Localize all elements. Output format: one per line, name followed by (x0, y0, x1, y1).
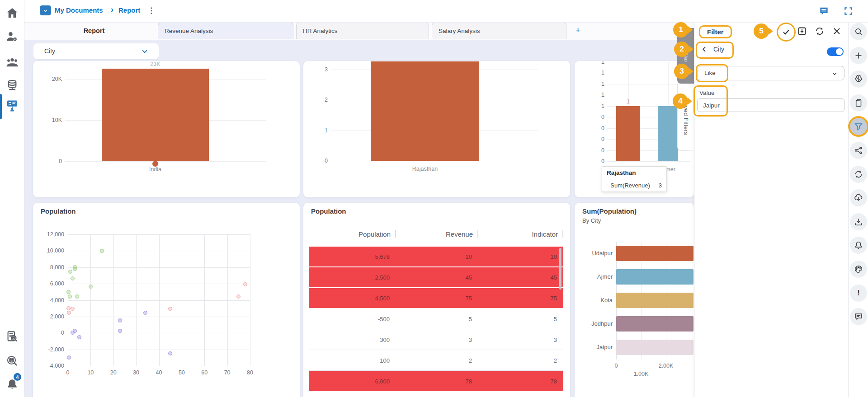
apply-filter-button[interactable] (777, 23, 796, 42)
scatter-point-red[interactable] (236, 294, 241, 299)
bar-udaipur[interactable] (616, 246, 693, 261)
palette-button[interactable] (850, 261, 867, 278)
scatter-point-purple[interactable] (168, 351, 172, 355)
table-cell: 45 (478, 274, 563, 281)
fullscreen-icon[interactable] (843, 6, 854, 16)
tab-hr-analytics[interactable]: HR Analytics (296, 22, 429, 39)
category-label-udaipur: Udaipur (575, 250, 613, 257)
groups-icon[interactable] (5, 55, 19, 69)
notifications-button[interactable] (850, 237, 867, 254)
scatter-point-green[interactable] (89, 285, 93, 289)
scatter-point-green[interactable] (73, 267, 77, 271)
tab-salary-analysis[interactable]: Salary Analysis (432, 22, 566, 39)
search-button[interactable] (850, 23, 867, 40)
download-filter-button[interactable] (797, 26, 807, 37)
breadcrumb-report[interactable]: Report (118, 6, 140, 14)
bar-Rajasthan[interactable] (371, 61, 479, 161)
publish-dashboard-icon[interactable] (5, 98, 19, 112)
comments-button[interactable] (850, 308, 867, 325)
data-search-icon[interactable] (5, 354, 19, 368)
report-search-icon[interactable] (5, 330, 19, 343)
column-header-population[interactable]: Population (309, 222, 396, 246)
chevron-down-icon (141, 47, 149, 56)
value-label: Value (699, 89, 715, 96)
y-tick-label: 0 (43, 158, 62, 164)
scatter-point-red[interactable] (67, 311, 71, 315)
table-row[interactable]: 4,5007575 (309, 288, 563, 309)
category-label-ajmer: Ajmer (575, 273, 613, 280)
scatter-point-purple[interactable] (143, 311, 147, 315)
scatter-point-green[interactable] (68, 294, 72, 299)
scatter-point-purple[interactable] (118, 318, 122, 322)
tab-revenue-analysis[interactable]: Revenue Analysis (158, 22, 293, 39)
scatter-point-green[interactable] (100, 249, 104, 253)
bar-series-0[interactable] (616, 106, 640, 161)
scatter-point-red[interactable] (71, 307, 75, 311)
scatter-point-red[interactable] (66, 306, 71, 310)
close-panel-button[interactable] (831, 26, 842, 37)
operator-value: Like (704, 70, 716, 76)
data-sources-icon[interactable] (5, 79, 19, 92)
memory-card-icon (854, 98, 863, 108)
column-header-label: Population (359, 230, 391, 238)
toggle-knob (836, 48, 843, 55)
scatter-point-green[interactable] (68, 270, 72, 274)
breadcrumb-my-documents[interactable]: My Documents (55, 6, 103, 14)
value-input[interactable] (697, 98, 844, 112)
scatter-point-green[interactable] (71, 276, 75, 280)
refresh-filter-button[interactable] (814, 26, 825, 37)
table-row[interactable]: 30033 (309, 330, 563, 350)
gridline (250, 234, 250, 366)
tab-report[interactable]: Report (33, 22, 155, 39)
cloud-download-button[interactable] (850, 189, 867, 206)
scatter-point-purple[interactable] (73, 329, 77, 333)
add-button[interactable] (850, 47, 867, 64)
bar-kota[interactable] (616, 293, 693, 308)
bar-India[interactable] (102, 69, 209, 161)
table-row[interactable]: -50055 (309, 309, 563, 329)
scatter-point-red[interactable] (168, 307, 172, 311)
scatter-point-green[interactable] (75, 294, 79, 299)
alerts-button[interactable]: ! (850, 285, 867, 302)
bar-chart-india: 010K20K23KIndia (33, 61, 300, 197)
table-row[interactable]: 10022 (309, 350, 563, 371)
kebab-menu-icon[interactable]: ⋮ (147, 6, 155, 15)
scatter-point-purple[interactable] (67, 355, 71, 360)
chevron-left-icon[interactable] (700, 45, 709, 54)
bar-ajmer[interactable] (616, 269, 693, 285)
user-settings-icon[interactable] (5, 30, 19, 43)
ai-brain-button[interactable] (850, 70, 867, 88)
home-icon[interactable] (5, 6, 19, 20)
table-row[interactable]: 5,6781010 (309, 247, 563, 267)
scatter-point-red[interactable] (243, 282, 247, 286)
bar-jaipur[interactable] (616, 340, 693, 355)
operator-select[interactable]: Like (697, 66, 844, 80)
filter-funnel-button[interactable] (850, 118, 867, 135)
y-tick-label: 2 (309, 97, 328, 103)
table-scrollbar[interactable] (559, 248, 561, 290)
sync-button[interactable] (850, 166, 867, 183)
column-header-indicator[interactable]: Indicator (478, 222, 563, 246)
comment-icon[interactable] (819, 6, 829, 16)
annotation-badge-4: 4 (673, 93, 688, 109)
add-tab-button[interactable]: + (576, 22, 580, 39)
scatter-point-green[interactable] (66, 290, 71, 294)
filter-panel-title: Filter (699, 25, 732, 38)
y-tick-label: 10K (43, 117, 62, 123)
folder-chevron-icon[interactable] (40, 5, 51, 15)
bar-jodhpur[interactable] (616, 316, 693, 332)
filter-enabled-toggle[interactable] (827, 47, 844, 56)
memory-card-button[interactable] (850, 94, 867, 112)
download-button[interactable] (850, 213, 867, 230)
table-row[interactable]: 6,0007878 (309, 371, 563, 392)
table-row[interactable]: -2,5004545 (309, 267, 563, 288)
bar-Ajmer[interactable] (658, 106, 678, 161)
scatter-point-purple[interactable] (118, 329, 122, 333)
column-header-revenue[interactable]: Revenue (396, 222, 478, 246)
share-button[interactable] (850, 142, 867, 159)
city-filter-dropdown[interactable]: City (33, 43, 159, 59)
table-cell: 78 (396, 378, 478, 385)
scatter-point-purple[interactable] (77, 335, 81, 339)
x-tick-label: 50 (175, 369, 189, 376)
table-cell: 3 (396, 336, 478, 343)
